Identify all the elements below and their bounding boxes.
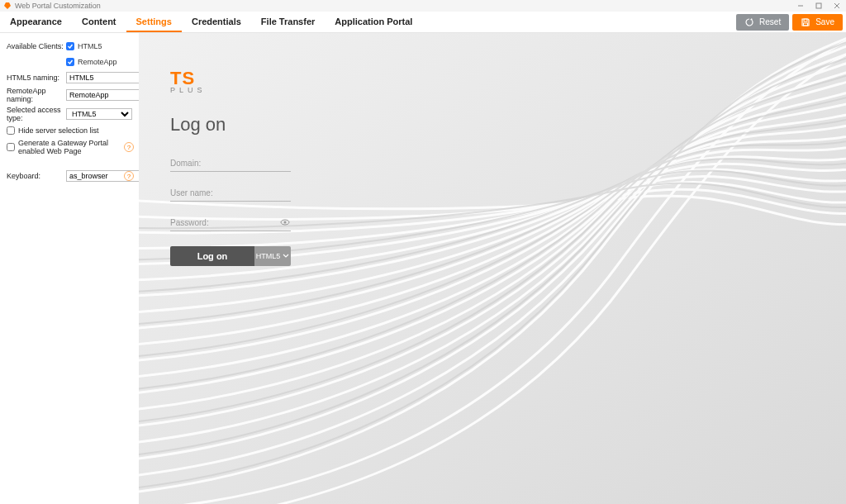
checkbox-hide-server[interactable] — [7, 126, 15, 135]
row-remoteapp-naming: RemoteApp naming: — [7, 87, 132, 103]
login-title: Log on — [170, 114, 319, 136]
protocol-dropdown[interactable]: HTML5 — [254, 246, 291, 266]
password-row — [170, 213, 291, 231]
reset-label: Reset — [759, 17, 781, 26]
eye-icon[interactable] — [279, 216, 291, 228]
svg-point-8 — [284, 221, 287, 223]
select-access-type[interactable]: HTML5 — [66, 108, 132, 120]
row-keyboard: Keyboard: ? — [7, 169, 132, 183]
svg-rect-1 — [816, 3, 821, 8]
tab-content[interactable]: Content — [72, 12, 126, 32]
checkbox-html5[interactable] — [66, 42, 74, 50]
window-titlebar: Web Portal Customization — [0, 0, 846, 12]
tab-application-portal[interactable]: Application Portal — [325, 12, 422, 32]
login-button[interactable]: Log on — [170, 246, 254, 266]
window-title: Web Portal Customization — [15, 2, 101, 10]
label-keyboard: Keyboard: — [7, 172, 66, 180]
minimize-button[interactable] — [791, 0, 810, 12]
help-icon[interactable]: ? — [124, 142, 134, 152]
logo-bottom: PLUS — [170, 86, 319, 94]
save-icon — [801, 17, 810, 27]
label-gateway-portal: Generate a Gateway Portal enabled Web Pa… — [18, 139, 132, 155]
label-client-html5: HTML5 — [78, 42, 102, 50]
login-row: Log on HTML5 — [170, 246, 291, 266]
label-available-clients: Available Clients: — [7, 42, 66, 50]
svg-rect-4 — [804, 19, 807, 21]
row-html5-naming: HTML5 naming: — [7, 71, 132, 84]
label-client-remoteapp: RemoteApp — [78, 58, 117, 66]
label-selected-access: Selected access type: — [7, 106, 66, 122]
preview-pane: TS PLUS Log on Log on HTML5 — [139, 33, 846, 504]
chevron-down-icon — [283, 253, 289, 259]
label-hide-server: Hide server selection list — [18, 126, 99, 135]
close-button[interactable] — [828, 0, 846, 12]
settings-panel: Available Clients: HTML5 RemoteApp HTML5… — [0, 33, 139, 504]
label-html5-naming: HTML5 naming: — [7, 74, 66, 82]
app-icon — [3, 2, 12, 10]
window-controls — [791, 0, 846, 12]
save-label: Save — [815, 17, 834, 26]
tsplus-logo: TS PLUS — [170, 71, 319, 94]
row-available-clients: Available Clients: HTML5 — [7, 40, 132, 53]
label-remoteapp-naming: RemoteApp naming: — [7, 87, 66, 103]
reset-button[interactable]: Reset — [736, 14, 789, 31]
row-selected-access: Selected access type: HTML5 — [7, 106, 132, 122]
topbar: Appearance Content Settings Credentials … — [0, 12, 846, 33]
tab-settings[interactable]: Settings — [126, 12, 182, 32]
logo-top: TS — [170, 71, 319, 86]
body: Available Clients: HTML5 RemoteApp HTML5… — [0, 33, 846, 504]
maximize-button[interactable] — [810, 0, 828, 12]
protocol-label: HTML5 — [256, 252, 281, 260]
reset-icon — [744, 17, 754, 27]
tab-file-transfer[interactable]: File Transfer — [251, 12, 325, 32]
top-actions: Reset Save — [736, 12, 846, 32]
row-hide-server: Hide server selection list — [7, 125, 132, 136]
login-card: TS PLUS Log on Log on HTML5 — [170, 71, 319, 266]
domain-input[interactable] — [170, 154, 291, 172]
username-input[interactable] — [170, 183, 291, 202]
tabs: Appearance Content Settings Credentials … — [0, 12, 422, 32]
tab-credentials[interactable]: Credentials — [182, 12, 251, 32]
tab-appearance[interactable]: Appearance — [0, 12, 72, 32]
help-icon[interactable]: ? — [124, 171, 134, 181]
checkbox-remoteapp[interactable] — [66, 58, 74, 66]
password-input[interactable] — [170, 213, 291, 231]
save-button[interactable]: Save — [792, 14, 843, 31]
checkbox-gateway-portal[interactable] — [7, 143, 15, 151]
row-gateway-portal: Generate a Gateway Portal enabled Web Pa… — [7, 139, 132, 155]
svg-rect-5 — [804, 23, 808, 26]
row-client-remoteapp: RemoteApp — [7, 55, 132, 69]
